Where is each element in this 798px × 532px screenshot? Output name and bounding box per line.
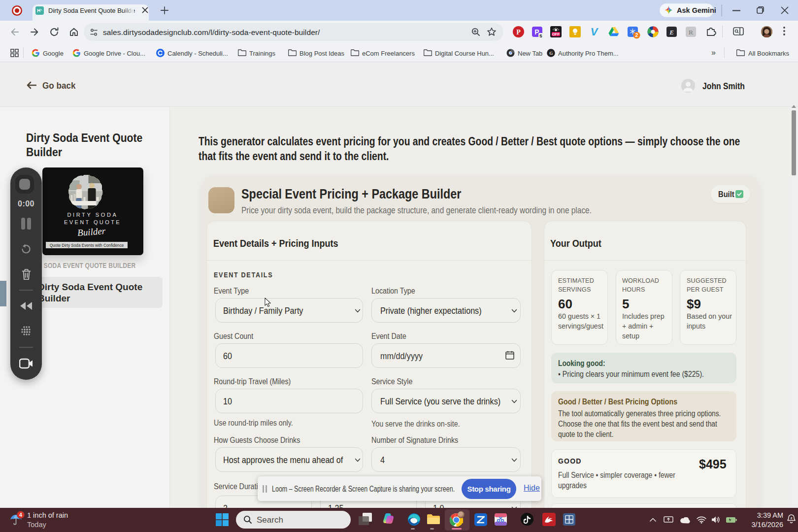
svg-text:V: V bbox=[591, 27, 599, 37]
svg-text:DIRTY SODA: DIRTY SODA bbox=[67, 212, 118, 218]
svg-text:E: E bbox=[669, 29, 674, 36]
svg-text:Quote Dirty Soda Events with C: Quote Dirty Soda Events with Confidence bbox=[50, 243, 124, 248]
svg-text:Builder: Builder bbox=[77, 226, 106, 238]
svg-text:EVENT QUOTE: EVENT QUOTE bbox=[64, 219, 121, 225]
svg-text:R: R bbox=[689, 29, 694, 36]
svg-text:OFF: OFF bbox=[552, 32, 560, 36]
svg-text:5: 5 bbox=[539, 33, 542, 38]
svg-text:z: z bbox=[791, 516, 793, 520]
svg-text:G: G bbox=[549, 51, 553, 56]
svg-text:P: P bbox=[516, 29, 521, 36]
svg-text:2: 2 bbox=[635, 32, 638, 38]
